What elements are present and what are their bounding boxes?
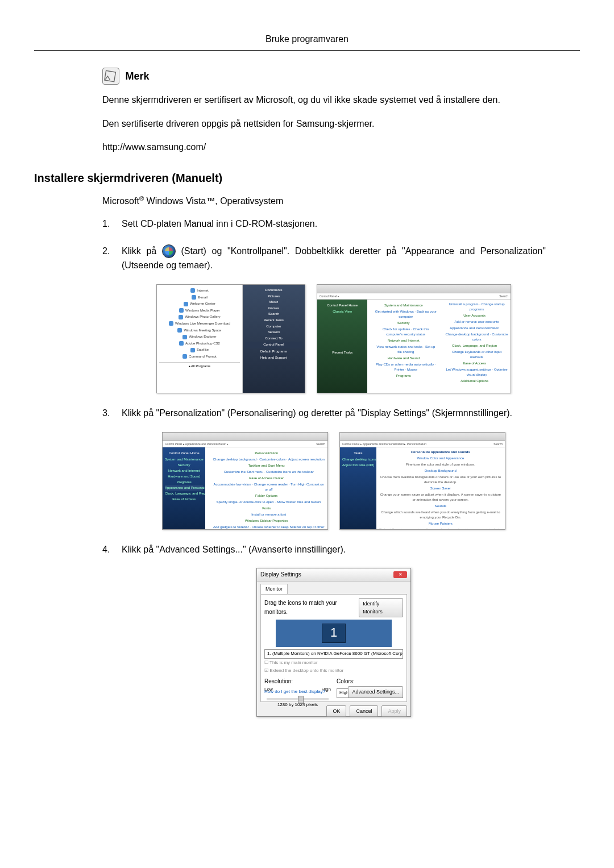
close-icon[interactable]: ✕	[393, 571, 407, 578]
cpl-side-item: Classic View	[320, 309, 365, 314]
screenshot-personalization: Control Panel ▸ Appearance and Personali…	[339, 432, 505, 530]
os-subtitle: Microsoft® Windows Vista™, Operativsyste…	[102, 195, 546, 206]
start-menu-left: Internet E-mail Welcome Center Windows M…	[157, 285, 243, 393]
sm-right-item: Default Programs	[245, 349, 302, 355]
dlg-titlebar: Display Settings ✕	[257, 568, 410, 582]
dlg-title-text: Display Settings	[260, 570, 301, 579]
note-url: http://www.samsung.com/	[102, 140, 546, 155]
start-menu-right: Documents Pictures Music Games Search Re…	[243, 285, 305, 393]
sm-item: Command Prompt	[159, 354, 240, 360]
help-link[interactable]: How do I get the best display?	[264, 688, 325, 696]
sm-right-item: Help and Support	[245, 355, 302, 361]
resolution-label: Resolution:	[264, 677, 331, 686]
cpl-addressbar: Control Panel ▸ Search	[317, 293, 511, 300]
note-para-2: Den sertifiserte driveren oppgis på nett…	[102, 117, 546, 131]
step-1-text: Sett CD-platen Manual inn i CD-ROM-stasj…	[122, 219, 317, 229]
sm-right-item: Games	[245, 306, 302, 312]
chk-extend-desktop[interactable]: ☑ Extend the desktop onto this monitor	[264, 667, 403, 675]
start-orb-icon	[162, 244, 176, 258]
page-header: Bruke programvaren	[34, 34, 580, 44]
pers-head: Personalize appearance and sounds	[379, 450, 503, 455]
pers-addressbar: Control Panel ▸ Appearance and Personali…	[340, 441, 505, 447]
identify-monitors-button[interactable]: Identify Monitors	[359, 598, 403, 618]
app-breadcrumb: Control Panel ▸ Appearance and Personali…	[165, 441, 229, 447]
cpl-side-recent: Recent Tasks	[320, 350, 365, 355]
cpl-cat: Network and Internet	[370, 338, 437, 343]
cpl-search: Search	[499, 293, 508, 299]
pers-breadcrumb: Control Panel ▸ Appearance and Personali…	[342, 441, 426, 447]
section-title: Installere skjermdriveren (Manuelt)	[34, 172, 546, 185]
cpl-cat: Ease of Access	[441, 361, 508, 366]
reg-mark: ®	[139, 195, 144, 202]
dlg-instruction: Drag the icons to match your monitors.	[264, 599, 359, 617]
sm-item: Windows Explorer	[159, 334, 240, 340]
cpl-cat: Hardware and Sound	[370, 356, 437, 361]
sm-right-control-panel: Control Panel	[245, 342, 302, 348]
cpl-sidebar: Control Panel Home Classic View Recent T…	[317, 300, 367, 393]
note-label: Merk	[125, 70, 149, 82]
step-4-num: 4.	[102, 542, 110, 557]
sm-item: Windows Meeting Space	[159, 328, 240, 334]
sm-item: Adobe Photoshop CS2	[159, 341, 240, 347]
sm-right-item: Search	[245, 312, 302, 317]
cpl-cat-appearance: Appearance and Personalization	[441, 326, 508, 331]
sm-item: Internet	[159, 288, 240, 294]
app-addressbar: Control Panel ▸ Appearance and Personali…	[163, 441, 327, 447]
chk-main-monitor[interactable]: ☐ This is my main monitor	[264, 659, 403, 667]
sm-right-item: Computer	[245, 324, 302, 330]
app-sidebar: Control Panel Home System and Maintenanc…	[163, 447, 205, 530]
sm-all-programs: ▸ All Programs	[159, 362, 240, 369]
screenshot-start-menu: Internet E-mail Welcome Center Windows M…	[156, 284, 305, 393]
sm-item: Windows Media Player	[159, 308, 240, 314]
sm-right-item: Documents	[245, 288, 302, 293]
subtitle-prefix: Microsoft	[102, 196, 139, 206]
step-2: 2. Klikk på (Start) og "Kontrollpanel". …	[102, 244, 546, 393]
dlg-tab-monitor[interactable]: Monitor	[260, 584, 288, 593]
cpl-cat: Programs	[370, 373, 437, 379]
cpl-cat: Clock, Language, and Region	[441, 343, 508, 348]
step-2-num: 2.	[102, 244, 110, 259]
cpl-cat: Additional Options	[441, 379, 508, 384]
cpl-breadcrumb: Control Panel ▸	[320, 293, 339, 299]
step-3-num: 3.	[102, 406, 110, 421]
step-3: 3. Klikk på "Personalization" (Personali…	[102, 406, 546, 530]
cpl-cat: System and Maintenance	[370, 303, 437, 308]
subtitle-mid: Windows Vista™, Operativsystem	[144, 196, 283, 206]
cpl-cat: Security	[370, 321, 437, 326]
sm-right-item: Pictures	[245, 294, 302, 300]
sm-item: Welcome Center	[159, 301, 240, 307]
note-para-1: Denne skjermdriveren er sertifisert av M…	[102, 93, 546, 107]
monitor-preview[interactable]: 1	[276, 620, 392, 647]
device-dropdown[interactable]: 1. (Multiple Monitors) on NVIDIA GeForce…	[264, 649, 403, 659]
step-4-text: Klikk på "Advanced Settings..." (Avanser…	[122, 545, 346, 554]
app-titlebar	[163, 433, 327, 441]
cpl-cat: User Accounts	[441, 313, 508, 318]
app-main: PersonalizationChange desktop background…	[205, 447, 327, 530]
sm-right-item: Music	[245, 300, 302, 305]
sm-item: Windows Photo Gallery	[159, 314, 240, 320]
pers-sidebar: Tasks Change desktop icons Adjust font s…	[340, 447, 376, 530]
sm-item: Windows Live Messenger Download	[159, 321, 240, 327]
screenshot-control-panel: Control Panel ▸ Search Control Panel Hom…	[317, 284, 511, 393]
pers-titlebar	[340, 433, 505, 441]
header-divider	[34, 50, 580, 51]
note-block: Merk Denne skjermdriveren er sertifisert…	[102, 68, 546, 155]
sm-right-item: Recent Items	[245, 318, 302, 323]
note-icon	[102, 68, 119, 85]
cpl-side-head: Control Panel Home	[320, 303, 365, 308]
colors-label: Colors:	[337, 677, 403, 686]
monitor-1-icon[interactable]: 1	[322, 624, 346, 643]
pers-main: Personalize appearance and sounds Window…	[376, 447, 505, 530]
screenshot-appearance: Control Panel ▸ Appearance and Personali…	[162, 432, 328, 530]
step-1-num: 1.	[102, 217, 110, 231]
sm-item: E-mail	[159, 295, 240, 301]
sm-right-item: Connect To	[245, 336, 302, 342]
resolution-slider[interactable]	[267, 698, 329, 700]
step-1: 1. Sett CD-platen Manual inn i CD-ROM-st…	[102, 217, 546, 231]
screenshot-display-settings: Display Settings ✕ Monitor Drag the icon…	[256, 568, 411, 717]
cpl-main: System and MaintenanceGet started with W…	[367, 300, 511, 393]
step-3-text: Klikk på "Personalization" (Personaliser…	[122, 408, 512, 418]
sm-item: Satellite	[159, 347, 240, 353]
advanced-settings-button[interactable]: Advanced Settings...	[348, 686, 403, 697]
step-4: 4. Klikk på "Advanced Settings..." (Avan…	[102, 542, 546, 717]
